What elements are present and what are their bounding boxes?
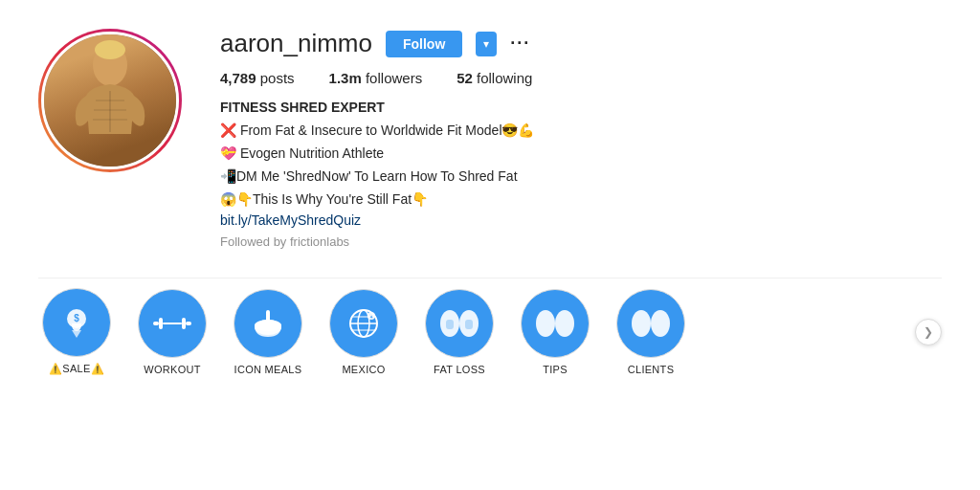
follow-button[interactable]: Follow	[386, 31, 462, 57]
following-stat: 52 following	[457, 70, 532, 86]
chevron-right-icon: ❯	[924, 325, 933, 339]
highlight-circle-tips	[521, 289, 590, 358]
highlight-circle-meals	[234, 289, 302, 358]
highlight-circle-clients	[616, 289, 685, 358]
username-row: aaron_nimmo Follow ▾ ···	[220, 29, 942, 58]
highlight-label-tips: TIPS	[543, 364, 568, 375]
bio-line-4: 😱👇This Is Why You're Still Fat👇	[220, 189, 942, 210]
svg-rect-12	[186, 322, 191, 325]
stats-row: 4,789 posts 1.3m followers 52 following	[220, 70, 942, 86]
svg-rect-10	[163, 323, 182, 324]
highlight-circle-workout	[138, 289, 207, 358]
svg-rect-11	[182, 318, 186, 329]
highlight-mexico[interactable]: ✦ MEXICO	[325, 289, 402, 375]
highlight-icon-meals[interactable]: ICON MEALS	[230, 289, 306, 375]
bio-line-1: ❌ From Fat & Insecure to Worldwide Fit M…	[220, 121, 942, 141]
posts-stat: 4,789 posts	[220, 70, 295, 86]
followed-by: Followed by frictionlabs	[220, 234, 942, 249]
bio-section: FITNESS SHRED EXPERT ❌ From Fat & Insecu…	[220, 98, 942, 249]
highlight-circle-sale: $	[42, 288, 111, 357]
svg-point-30	[651, 310, 670, 337]
svg-rect-8	[153, 322, 159, 325]
highlight-label-clients: CLIENTS	[628, 364, 675, 375]
highlight-fat-loss[interactable]: FAT LOSS	[421, 289, 498, 375]
followers-stat: 1.3m followers	[329, 70, 423, 86]
svg-point-27	[536, 310, 555, 337]
bio-link[interactable]: bit.ly/TakeMyShredQuiz	[220, 212, 942, 228]
highlight-workout[interactable]: WORKOUT	[134, 289, 211, 375]
highlight-label-workout: WORKOUT	[144, 364, 201, 375]
svg-point-29	[632, 310, 651, 337]
svg-text:$: $	[74, 313, 79, 323]
highlight-sale[interactable]: $ ⚠️SALE⚠️	[38, 288, 115, 375]
svg-point-28	[555, 310, 574, 337]
highlights-section: $ ⚠️SALE⚠️ WORKOUT	[38, 278, 942, 385]
bio-line-2: 💝 Evogen Nutrition Athlete	[220, 144, 942, 164]
highlight-label-meals: ICON MEALS	[234, 364, 302, 375]
bio-line-3: 📲DM Me 'ShredNow' To Learn How To Shred …	[220, 167, 942, 187]
profile-header: aaron_nimmo Follow ▾ ··· 4,789 posts 1.3…	[38, 29, 942, 249]
svg-text:✦: ✦	[369, 314, 373, 320]
highlight-label-mexico: MEXICO	[342, 364, 385, 375]
avatar-wrapper	[38, 29, 182, 172]
next-button[interactable]: ❯	[915, 319, 942, 345]
svg-point-1	[95, 40, 125, 59]
dropdown-button[interactable]: ▾	[476, 32, 497, 56]
username: aaron_nimmo	[220, 29, 372, 58]
bio-title: FITNESS SHRED EXPERT	[220, 98, 942, 118]
highlight-circle-fat-loss	[425, 289, 494, 358]
highlight-label-sale: ⚠️SALE⚠️	[49, 363, 104, 375]
avatar	[41, 32, 179, 169]
svg-rect-26	[465, 320, 473, 329]
highlight-circle-mexico: ✦	[329, 289, 398, 358]
more-options-button[interactable]: ···	[510, 33, 530, 54]
highlight-clients[interactable]: CLIENTS	[612, 289, 689, 375]
highlight-label-fat-loss: FAT LOSS	[434, 364, 485, 375]
svg-rect-15	[266, 310, 270, 322]
svg-rect-9	[159, 318, 163, 329]
svg-rect-25	[446, 320, 454, 329]
avatar-silhouette	[44, 34, 176, 167]
profile-info: aaron_nimmo Follow ▾ ··· 4,789 posts 1.3…	[220, 29, 942, 249]
page-wrapper: aaron_nimmo Follow ▾ ··· 4,789 posts 1.3…	[0, 0, 980, 490]
highlight-tips[interactable]: TIPS	[517, 289, 593, 375]
